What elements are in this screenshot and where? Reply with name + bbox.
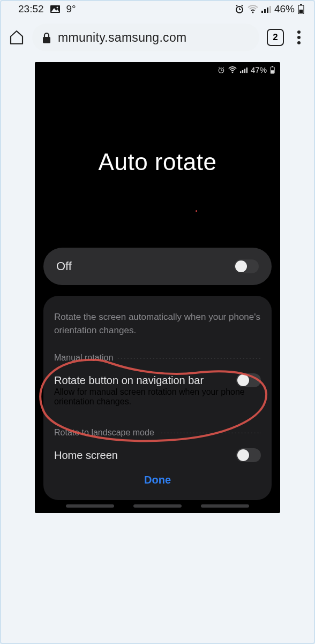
browser-toolbar: mmunity.samsung.com 2 <box>1 17 314 62</box>
svg-point-2 <box>56 7 58 9</box>
inner-status-bar: 47% <box>35 62 280 76</box>
tabs-count: 2 <box>273 32 278 43</box>
tabs-button[interactable]: 2 <box>267 29 284 46</box>
status-time: 23:52 <box>18 3 44 15</box>
inner-battery-pct: 47% <box>251 65 267 74</box>
page-title: Auto rotate <box>99 149 217 175</box>
svg-line-20 <box>219 67 220 67</box>
rotate-button-nav-toggle[interactable] <box>236 373 261 387</box>
svg-point-22 <box>232 72 233 73</box>
done-label: Done <box>144 474 171 486</box>
signal-icon <box>240 67 248 73</box>
svg-rect-24 <box>242 70 243 73</box>
signal-icon <box>261 5 271 13</box>
svg-rect-23 <box>240 71 241 73</box>
section-label: Rotate to landscape mode <box>54 428 154 438</box>
section-landscape-mode: Rotate to landscape mode <box>54 428 261 438</box>
page-title-area: Auto rotate <box>35 76 280 248</box>
home-screen-toggle[interactable] <box>236 448 261 462</box>
master-toggle-row[interactable]: Off <box>43 248 272 285</box>
master-toggle-label: Off <box>56 259 72 273</box>
svg-point-8 <box>252 12 253 13</box>
nav-pill[interactable] <box>66 504 114 508</box>
wifi-icon <box>248 5 258 13</box>
svg-line-21 <box>223 67 224 67</box>
svg-rect-29 <box>271 70 274 73</box>
divider-dots <box>159 433 261 433</box>
row-title: Rotate button on navigation bar <box>54 374 204 387</box>
outer-status-bar: 23:52 9° 46% <box>1 1 314 17</box>
svg-rect-10 <box>264 9 266 13</box>
svg-rect-12 <box>269 6 271 13</box>
divider-dots <box>117 358 261 358</box>
svg-rect-11 <box>267 7 268 13</box>
battery-icon <box>270 66 275 74</box>
settings-panel: Rotate the screen automatically when you… <box>43 296 272 500</box>
status-battery-pct: 46% <box>274 3 295 15</box>
done-button[interactable]: Done <box>54 462 261 489</box>
wifi-icon <box>228 66 237 73</box>
url-bar[interactable]: mmunity.samsung.com <box>32 24 259 51</box>
decorative-dot <box>196 210 197 212</box>
section-label: Manual rotation <box>54 353 113 363</box>
menu-button[interactable] <box>291 30 306 44</box>
gesture-nav-bar <box>35 500 280 513</box>
alarm-icon <box>235 4 244 14</box>
battery-icon <box>298 4 304 14</box>
panel-description: Rotate the screen automatically when you… <box>54 311 261 337</box>
alarm-icon <box>218 66 225 74</box>
nav-pill[interactable] <box>201 504 249 508</box>
gallery-icon <box>50 5 60 13</box>
row-subtitle: Allow for manual screen rotation when yo… <box>54 387 261 407</box>
svg-line-7 <box>242 5 243 6</box>
url-text: mmunity.samsung.com <box>58 30 186 45</box>
rotate-button-nav-row[interactable]: Rotate button on navigation bar <box>54 373 261 387</box>
section-manual-rotation: Manual rotation <box>54 353 261 363</box>
home-icon[interactable] <box>9 29 25 45</box>
svg-rect-15 <box>299 10 303 13</box>
svg-rect-16 <box>43 37 50 43</box>
status-temp: 9° <box>66 3 76 15</box>
master-toggle[interactable] <box>234 259 259 273</box>
svg-line-6 <box>236 5 237 6</box>
svg-rect-25 <box>244 68 245 73</box>
lock-icon <box>42 32 51 43</box>
svg-rect-26 <box>246 67 248 73</box>
inner-screenshot: 47% Auto rotate Off Rotate the screen au… <box>35 62 280 513</box>
nav-pill[interactable] <box>133 504 182 508</box>
home-screen-row[interactable]: Home screen <box>54 448 261 462</box>
svg-rect-9 <box>261 11 263 13</box>
row-title: Home screen <box>54 449 118 462</box>
